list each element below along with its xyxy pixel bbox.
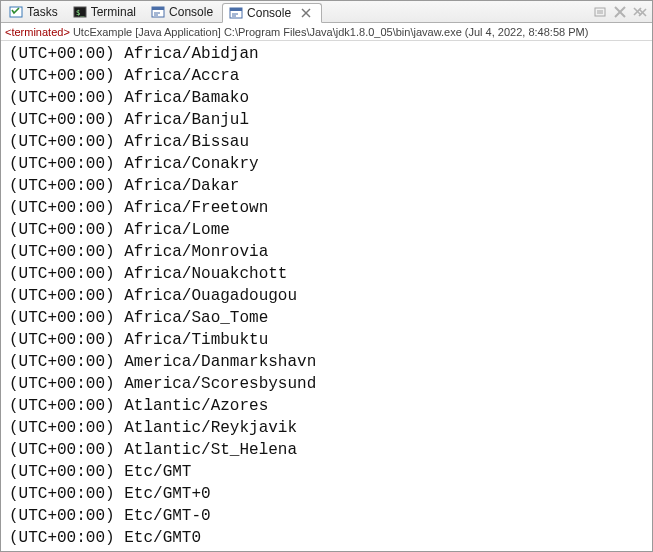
console-output[interactable]: (UTC+00:00) Africa/Abidjan (UTC+00:00) A… — [1, 41, 652, 551]
svg-rect-8 — [230, 8, 242, 11]
remove-launch-icon[interactable] — [612, 4, 628, 20]
terminated-tag: <terminated> — [5, 26, 70, 38]
view-tabs-bar: Tasks $_ Terminal Console Console — [1, 1, 652, 23]
tab-terminal[interactable]: $_ Terminal — [67, 2, 144, 22]
tasks-icon — [9, 5, 23, 19]
tab-label: Console — [247, 6, 291, 20]
launch-time: (Jul 4, 2022, 8:48:58 PM) — [465, 26, 589, 38]
tab-label: Console — [169, 5, 213, 19]
tab-console[interactable]: Console — [145, 2, 221, 22]
svg-rect-14 — [597, 10, 603, 14]
console-icon — [229, 6, 243, 20]
tab-label: Terminal — [91, 5, 136, 19]
console-icon — [151, 5, 165, 19]
java-path: C:\Program Files\Java\jdk1.8.0_05\bin\ja… — [224, 26, 462, 38]
tab-label: Tasks — [27, 5, 58, 19]
tab-console-active[interactable]: Console — [222, 3, 322, 23]
remove-all-icon[interactable] — [632, 4, 648, 20]
pin-console-icon[interactable] — [592, 4, 608, 20]
console-status-line: <terminated> UtcExample [Java Applicatio… — [1, 23, 652, 41]
launch-name: UtcExample [Java Application] — [73, 26, 221, 38]
svg-rect-4 — [152, 7, 164, 10]
close-icon[interactable] — [299, 6, 313, 20]
svg-text:$_: $_ — [76, 9, 85, 17]
terminal-icon: $_ — [73, 5, 87, 19]
tab-tasks[interactable]: Tasks — [3, 2, 66, 22]
